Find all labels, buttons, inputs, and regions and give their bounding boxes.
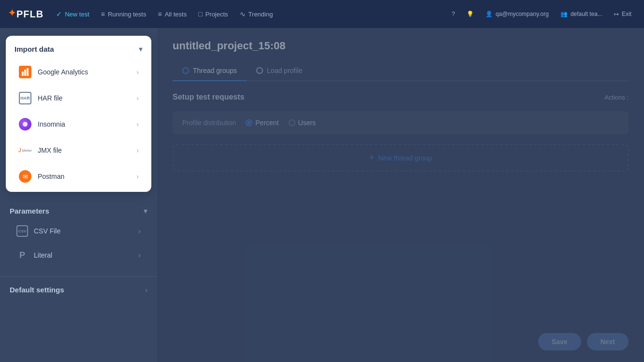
- literal-icon: P: [16, 249, 28, 261]
- import-jmx-file[interactable]: J Meter JMX file ›: [10, 138, 147, 163]
- user-icon: 👤: [485, 11, 493, 17]
- chevron-down-icon: ▾: [139, 44, 143, 54]
- profile-distribution-label: Profile distribution: [182, 119, 236, 127]
- chevron-right-icon: ›: [136, 94, 139, 102]
- nav-all-tests[interactable]: ≡ All tests: [153, 7, 191, 21]
- exit-icon: ↦: [614, 11, 619, 17]
- import-google-analytics[interactable]: Google Analytics ›: [10, 59, 147, 85]
- jmx-file-label: JMX file: [38, 146, 62, 154]
- nav-trending-label: Trending: [249, 11, 273, 18]
- radio-percent-label: Percent: [255, 119, 278, 127]
- import-insomnia[interactable]: Insomnia ›: [10, 112, 147, 137]
- tab-load-profile[interactable]: Load profile: [247, 62, 312, 80]
- nav-tips[interactable]: 💡: [462, 8, 479, 20]
- lightbulb-icon: 💡: [467, 11, 474, 17]
- sidebar: Import data ▾ Google Analytics: [0, 28, 157, 362]
- nav-projects[interactable]: □ Projects: [193, 7, 233, 21]
- csv-file-label: CSV File: [34, 227, 60, 235]
- tab-radio-thread-groups: [182, 67, 189, 74]
- radio-circle-users: [289, 119, 295, 126]
- chevron-right-icon: ›: [138, 251, 141, 259]
- chevron-down-icon: ▾: [144, 206, 147, 216]
- svg-rect-2: [24, 70, 26, 76]
- plus-icon: +: [369, 153, 375, 163]
- nav-team-label: default tea...: [571, 11, 602, 17]
- postman-icon: ✉: [18, 170, 32, 183]
- setup-title: Setup test requests: [173, 93, 244, 101]
- actions-button[interactable]: Actions :: [604, 94, 629, 101]
- postman-label: Postman: [38, 173, 64, 180]
- chevron-right-icon: ›: [136, 68, 139, 76]
- save-button[interactable]: Save: [538, 333, 581, 350]
- check-icon: ✓: [56, 10, 62, 18]
- nav-exit-label: Exit: [622, 11, 631, 17]
- tabs-row: Thread groups Load profile: [173, 62, 629, 81]
- profile-distribution-row: Profile distribution Percent Users: [173, 111, 629, 134]
- import-data-header[interactable]: Import data ▾: [6, 38, 151, 58]
- nav-team[interactable]: 👥 default tea...: [556, 8, 607, 20]
- chevron-right-icon: ›: [145, 286, 147, 294]
- radio-circle-percent: [246, 119, 252, 126]
- param-literal[interactable]: P Literal ›: [10, 244, 147, 267]
- chevron-right-icon: ›: [138, 227, 141, 235]
- radio-percent[interactable]: Percent: [246, 119, 278, 127]
- import-postman[interactable]: ✉ Postman ›: [10, 164, 147, 189]
- parameters-header[interactable]: Parameters ▾: [10, 206, 147, 216]
- svg-rect-3: [27, 68, 29, 76]
- insomnia-label: Insomnia: [38, 120, 65, 128]
- folder-icon: □: [198, 10, 202, 18]
- chevron-right-icon: ›: [136, 146, 139, 154]
- nav-help[interactable]: ?: [447, 8, 460, 20]
- har-file-icon: HAR: [18, 91, 32, 105]
- google-analytics-label: Google Analytics: [38, 68, 88, 76]
- svg-rect-1: [22, 72, 24, 76]
- nav-user-label: qa@mycompany.org: [496, 11, 549, 17]
- logo-icon: ✦: [8, 7, 16, 19]
- nav-projects-label: Projects: [205, 11, 228, 18]
- tab-thread-groups-label: Thread groups: [193, 67, 237, 74]
- parameters-title: Parameters: [10, 207, 49, 215]
- jmeter-icon: J Meter: [18, 144, 32, 157]
- top-navigation: ✦ PFLB ✓ New test ≡ Running tests ≡ All …: [0, 0, 644, 28]
- literal-label: Literal: [34, 251, 52, 259]
- chevron-right-icon: ›: [136, 173, 139, 180]
- nav-running-tests[interactable]: ≡ Running tests: [96, 7, 151, 21]
- tab-thread-groups[interactable]: Thread groups: [173, 62, 247, 80]
- insomnia-icon: [18, 117, 32, 131]
- google-analytics-icon: [18, 65, 32, 79]
- main-layout: Import data ▾ Google Analytics: [0, 28, 644, 362]
- nav-new-test-label: New test: [65, 11, 89, 18]
- nav-trending[interactable]: ∿ Trending: [235, 7, 278, 21]
- nav-user[interactable]: 👤 qa@mycompany.org: [481, 8, 554, 20]
- list-icon: ≡: [101, 10, 105, 18]
- content-area: untitled_project_15:08 Thread groups Loa…: [157, 28, 644, 362]
- new-thread-group-label: New thread group: [378, 154, 432, 162]
- help-icon: ?: [452, 11, 455, 17]
- nav-all-tests-label: All tests: [165, 11, 187, 18]
- default-settings-row[interactable]: Default settings ›: [0, 279, 157, 301]
- har-file-label: HAR file: [38, 94, 62, 102]
- radio-users-label: Users: [298, 119, 316, 127]
- logo[interactable]: ✦ PFLB: [8, 7, 44, 21]
- tab-radio-load-profile: [256, 67, 263, 74]
- bottom-buttons: Save Next: [538, 333, 629, 350]
- new-thread-group-button[interactable]: + New thread group: [173, 144, 629, 172]
- setup-header: Setup test requests Actions :: [173, 93, 629, 101]
- list2-icon: ≡: [158, 10, 161, 18]
- csv-icon: CSV: [16, 225, 28, 237]
- project-title: untitled_project_15:08: [173, 40, 629, 52]
- default-settings-label: Default settings: [10, 286, 64, 294]
- nav-new-test[interactable]: ✓ New test: [51, 7, 94, 21]
- nav-right-group: ? 💡 👤 qa@mycompany.org 👥 default tea... …: [447, 8, 636, 20]
- import-data-panel: Import data ▾ Google Analytics: [6, 36, 151, 192]
- tab-load-profile-label: Load profile: [267, 67, 302, 74]
- parameters-section: Parameters ▾ CSV CSV File › P Literal ›: [0, 200, 157, 275]
- import-data-title: Import data: [15, 45, 54, 53]
- next-button[interactable]: Next: [587, 333, 629, 350]
- chevron-right-icon: ›: [136, 120, 139, 128]
- import-har-file[interactable]: HAR HAR file ›: [10, 86, 147, 111]
- param-csv-file[interactable]: CSV CSV File ›: [10, 219, 147, 243]
- sidebar-divider: [0, 276, 157, 277]
- radio-users[interactable]: Users: [289, 119, 316, 127]
- nav-exit[interactable]: ↦ Exit: [609, 8, 636, 20]
